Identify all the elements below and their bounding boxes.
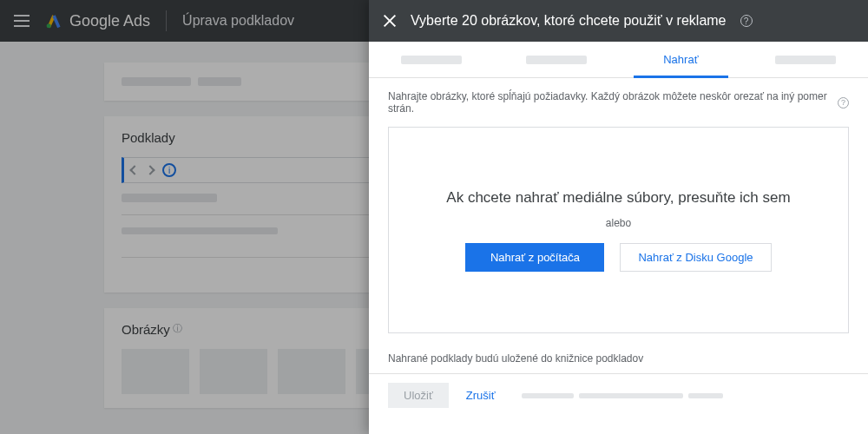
upload-from-computer-button[interactable]: Nahrať z počítača <box>465 243 604 272</box>
product-name: Google Ads <box>69 12 150 30</box>
close-icon[interactable] <box>383 14 397 28</box>
dropzone-or: alebo <box>606 217 631 229</box>
svg-point-0 <box>47 23 51 28</box>
image-picker-modal: Vyberte 20 obrázkov, ktoré chcete použiť… <box>369 0 868 434</box>
help-icon[interactable]: ? <box>838 97 849 108</box>
section-title-images: Obrázky <box>122 322 170 337</box>
cancel-button[interactable]: Zrušiť <box>466 389 496 402</box>
tabs: Nahrať <box>369 42 868 78</box>
save-button[interactable]: Uložiť <box>388 383 449 408</box>
info-icon: i <box>162 163 176 177</box>
tab-placeholder-3[interactable] <box>743 42 868 77</box>
footer-note: Nahrané podklady budú uložené do knižnic… <box>369 340 868 370</box>
page-subtitle: Úprava podkladov <box>166 10 294 31</box>
help-icon[interactable]: ? <box>740 15 753 27</box>
dropzone-title: Ak chcete nahrať mediálne súbory, presuň… <box>446 189 790 207</box>
menu-icon <box>14 15 30 27</box>
upload-dropzone[interactable]: Ak chcete nahrať mediálne súbory, presuň… <box>388 127 849 333</box>
upload-hint: Nahrajte obrázky, ktoré spĺňajú požiadav… <box>388 90 832 115</box>
product-logo: Google Ads <box>45 12 150 30</box>
tab-placeholder-1[interactable] <box>369 42 494 77</box>
footer-placeholder <box>522 393 723 398</box>
modal-title: Vyberte 20 obrázkov, ktoré chcete použiť… <box>411 13 727 29</box>
upload-from-drive-button[interactable]: Nahrať z Disku Google <box>620 243 771 272</box>
tab-upload[interactable]: Nahrať <box>619 42 744 77</box>
tab-placeholder-2[interactable] <box>494 42 619 77</box>
